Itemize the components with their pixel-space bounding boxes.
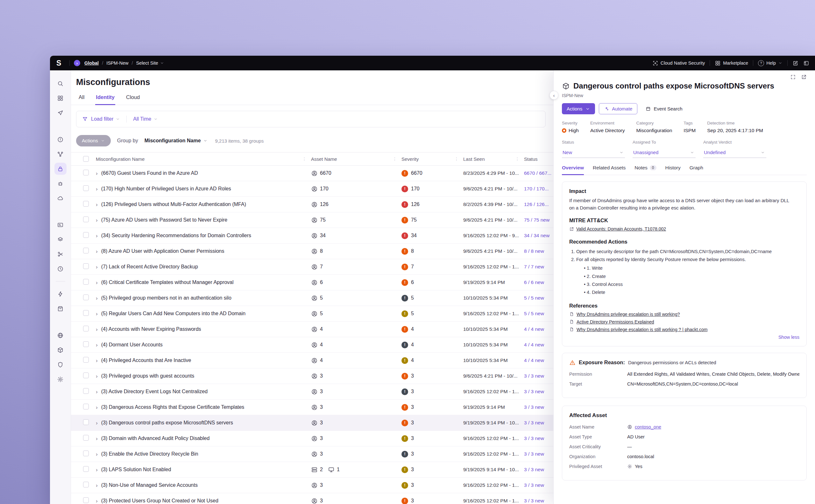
sidebar-item-history[interactable] — [54, 263, 67, 275]
breadcrumb-item-global[interactable]: Global — [84, 60, 99, 66]
row-expander-icon[interactable]: › — [96, 264, 98, 270]
row-expander-icon[interactable]: › — [96, 171, 98, 176]
sidebar-item-scissors[interactable] — [54, 248, 67, 260]
actions-button[interactable]: Actions — [76, 135, 111, 146]
row-checkbox[interactable] — [83, 201, 89, 207]
expand-panel-icon[interactable] — [790, 74, 796, 80]
row-expander-icon[interactable]: › — [96, 217, 98, 223]
sidebar-item-shield[interactable] — [54, 358, 67, 371]
row-checkbox[interactable] — [83, 248, 89, 253]
row-expander-icon[interactable]: › — [96, 233, 98, 238]
layout-icon[interactable] — [803, 60, 809, 66]
select-assigned-to-value[interactable]: Unassigned — [633, 147, 696, 158]
row-checkbox[interactable] — [83, 482, 89, 487]
time-range-dropdown[interactable]: All Time — [133, 116, 158, 122]
row-expander-icon[interactable]: › — [96, 295, 98, 301]
column-menu-icon[interactable]: ⋮ — [302, 156, 307, 161]
row-expander-icon[interactable]: › — [96, 342, 98, 348]
row-checkbox[interactable] — [83, 357, 89, 363]
detail-actions-button[interactable]: Actions — [562, 103, 595, 114]
open-in-new-icon[interactable] — [801, 74, 807, 80]
sidebar-item-grid[interactable] — [54, 92, 67, 104]
row-expander-icon[interactable]: › — [96, 451, 98, 457]
row-checkbox[interactable] — [83, 404, 89, 409]
compose-icon[interactable] — [792, 60, 798, 66]
row-checkbox[interactable] — [83, 263, 89, 269]
reference-link[interactable]: Why DnsAdmins privilege escalation is st… — [569, 327, 799, 332]
row-expander-icon[interactable]: › — [96, 389, 98, 394]
row-checkbox[interactable] — [83, 185, 89, 191]
sidebar-item-package[interactable] — [54, 344, 67, 356]
show-less-link[interactable]: Show less — [569, 335, 799, 340]
sidebar-item-lock[interactable] — [54, 163, 67, 175]
column-header-asset-name[interactable]: Asset Name⋮ — [311, 156, 401, 162]
select-analyst-verdict-value[interactable]: Undefined — [703, 147, 766, 158]
sidebar-item-send[interactable] — [54, 107, 67, 119]
row-checkbox[interactable] — [83, 295, 89, 300]
scope-icon[interactable]: › — [74, 60, 80, 66]
sidebar-item-card[interactable] — [54, 219, 67, 231]
breadcrumb-item-select-site[interactable]: Select Site — [136, 60, 164, 66]
row-checkbox[interactable] — [83, 451, 89, 456]
panel-tab-related-assets[interactable]: Related Assets — [593, 165, 626, 175]
panel-tab-overview[interactable]: Overview — [562, 165, 584, 175]
row-expander-icon[interactable]: › — [96, 280, 98, 285]
reference-link[interactable]: Why DnsAdmins privilege escalation is st… — [569, 312, 799, 317]
breadcrumb-item-ispm-new[interactable]: ISPM-New — [106, 60, 128, 66]
column-header-misconfiguration-name[interactable]: Misconfiguration Name⋮ — [96, 156, 311, 162]
select-status-value[interactable]: New — [562, 147, 625, 158]
row-expander-icon[interactable]: › — [96, 186, 98, 192]
row-checkbox[interactable] — [83, 170, 89, 175]
sidebar-item-bug[interactable] — [54, 177, 67, 189]
row-checkbox[interactable] — [83, 326, 89, 331]
sidebar-item-box[interactable] — [54, 302, 67, 315]
row-expander-icon[interactable]: › — [96, 373, 98, 379]
sidebar-item-gear[interactable] — [54, 373, 67, 385]
column-menu-icon[interactable]: ⋮ — [393, 156, 397, 161]
event-search-button[interactable]: Event Search — [644, 106, 684, 112]
row-checkbox[interactable] — [83, 388, 89, 394]
panel-tab-history[interactable]: History — [665, 165, 681, 175]
panel-tab-graph[interactable]: Graph — [690, 165, 703, 175]
row-checkbox[interactable] — [83, 497, 89, 503]
reference-link[interactable]: Active Directory Permissions Explained — [569, 319, 799, 324]
row-checkbox[interactable] — [83, 419, 89, 425]
panel-tab-notes[interactable]: Notes0 — [634, 165, 656, 175]
row-checkbox[interactable] — [83, 435, 89, 441]
panel-collapse-button[interactable]: ‹ — [549, 91, 558, 100]
row-expander-icon[interactable]: › — [96, 311, 98, 316]
row-checkbox[interactable] — [83, 373, 89, 378]
topbar-link-marketplace[interactable]: Marketplace — [715, 60, 748, 66]
row-expander-icon[interactable]: › — [96, 327, 98, 332]
mitre-technique-link[interactable]: Valid Accounts: Domain Accounts, T1078.0… — [569, 226, 666, 231]
row-checkbox[interactable] — [83, 217, 89, 222]
column-menu-icon[interactable]: ⋮ — [454, 156, 459, 161]
topbar-link-cloud-native-security[interactable]: Cloud Native Security — [652, 60, 705, 66]
row-checkbox[interactable] — [83, 279, 89, 285]
asset-link[interactable]: contoso_one — [635, 424, 661, 429]
row-expander-icon[interactable]: › — [96, 358, 98, 363]
sidebar-item-layers[interactable] — [54, 233, 67, 245]
sidebar-item-cloud[interactable] — [54, 192, 67, 204]
select-all-checkbox[interactable] — [83, 156, 89, 162]
row-expander-icon[interactable]: › — [96, 405, 98, 410]
sidebar-item-search[interactable] — [54, 77, 67, 89]
sidebar-item-flow[interactable] — [54, 148, 67, 160]
column-menu-icon[interactable]: ⋮ — [515, 156, 520, 161]
app-logo-icon[interactable]: S — [56, 59, 65, 67]
tab-identity[interactable]: Identity — [95, 90, 115, 105]
topbar-link-help[interactable]: ?Help — [758, 60, 783, 66]
column-header-severity[interactable]: Severity⋮ — [401, 156, 463, 162]
load-filter-dropdown[interactable]: Load filter — [91, 116, 120, 122]
automate-button[interactable]: Automate — [599, 103, 637, 114]
tab-cloud[interactable]: Cloud — [125, 90, 140, 105]
row-checkbox[interactable] — [83, 310, 89, 316]
row-expander-icon[interactable]: › — [96, 483, 98, 488]
row-expander-icon[interactable]: › — [96, 467, 98, 472]
row-checkbox[interactable] — [83, 232, 89, 238]
row-expander-icon[interactable]: › — [96, 420, 98, 426]
row-checkbox[interactable] — [83, 341, 89, 347]
sidebar-item-alert[interactable] — [54, 133, 67, 146]
row-expander-icon[interactable]: › — [96, 436, 98, 441]
row-expander-icon[interactable]: › — [96, 202, 98, 207]
